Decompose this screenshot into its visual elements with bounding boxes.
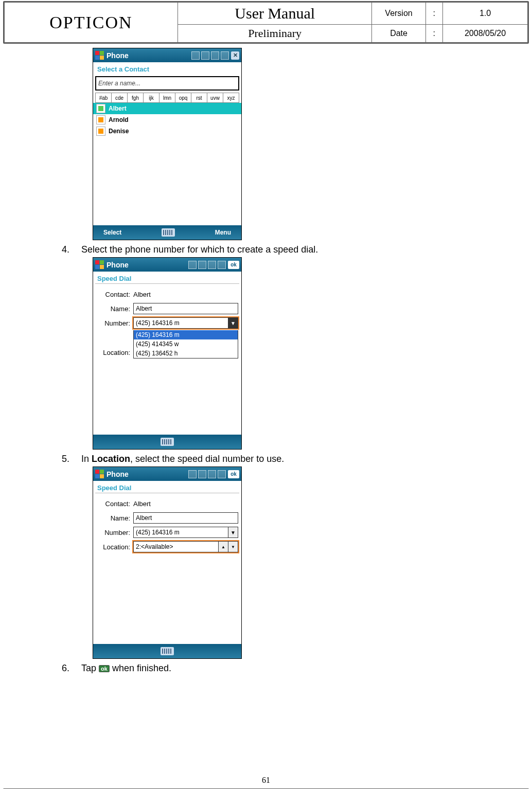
input-mode-icon[interactable] bbox=[188, 261, 197, 269]
step-text-bold: Location bbox=[92, 454, 130, 464]
start-icon[interactable] bbox=[95, 470, 104, 479]
index-tab[interactable]: #ab bbox=[96, 93, 112, 102]
number-option[interactable]: (425) 414345 w bbox=[134, 339, 238, 349]
connectivity-icon[interactable] bbox=[198, 261, 206, 269]
location-value[interactable]: 2:<Available> bbox=[133, 541, 219, 552]
keyboard-icon[interactable] bbox=[161, 438, 174, 446]
softkey-left[interactable]: Select bbox=[103, 229, 121, 236]
number-value[interactable]: (425) 164316 m bbox=[133, 527, 228, 538]
number-select[interactable]: (425) 164316 m ▼ bbox=[133, 317, 238, 329]
version-label: Version bbox=[372, 3, 425, 25]
number-dropdown-list[interactable]: (425) 164316 m (425) 414345 w (425) 1364… bbox=[133, 330, 238, 358]
status-icons bbox=[191, 51, 229, 60]
app-title: Phone bbox=[107, 51, 189, 60]
screen-subtitle: Select a Contact bbox=[93, 62, 241, 74]
chevron-up-icon[interactable]: ▲ bbox=[219, 542, 228, 552]
signal-icon[interactable] bbox=[208, 261, 216, 269]
input-mode-icon[interactable] bbox=[191, 51, 200, 60]
contact-label: Contact: bbox=[96, 500, 130, 508]
dropdown-arrow-icon[interactable]: ▼ bbox=[228, 317, 238, 329]
number-label: Number: bbox=[96, 319, 130, 327]
chevron-down-icon[interactable]: ▼ bbox=[228, 542, 238, 552]
screen-subtitle: Speed Dial bbox=[93, 481, 241, 493]
name-label: Name: bbox=[96, 305, 130, 313]
volume-icon[interactable] bbox=[218, 261, 226, 269]
index-tab[interactable]: opq bbox=[175, 93, 191, 102]
input-mode-icon[interactable] bbox=[188, 470, 197, 478]
start-icon[interactable] bbox=[95, 51, 104, 60]
start-icon[interactable] bbox=[95, 260, 104, 270]
index-tab[interactable]: xyz bbox=[223, 93, 239, 102]
step-text-part: when finished. bbox=[112, 663, 171, 673]
step-text: Select the phone number for which to cre… bbox=[81, 244, 501, 255]
contact-row[interactable]: Denise bbox=[93, 125, 241, 137]
index-tab[interactable]: rst bbox=[191, 93, 207, 102]
volume-icon[interactable] bbox=[221, 51, 229, 60]
spinner-up-down[interactable]: ▲ bbox=[219, 541, 228, 552]
name-input[interactable]: Albert bbox=[133, 303, 238, 314]
contact-name: Arnold bbox=[109, 116, 129, 123]
phone-contact-picker: Phone ✕ Select a Contact Enter a name...… bbox=[93, 48, 242, 240]
index-tab[interactable]: uvw bbox=[207, 93, 223, 102]
location-label: Location: bbox=[96, 349, 130, 356]
contact-name: Albert bbox=[109, 105, 127, 112]
contact-label: Contact: bbox=[96, 291, 130, 298]
speed-dial-form: Contact: Albert Name: Albert Number: (42… bbox=[93, 284, 241, 330]
step-6: 6. Tap ok when finished. bbox=[62, 663, 501, 674]
step-text: In Location, select the speed dial numbe… bbox=[81, 454, 501, 464]
step-number: 4. bbox=[62, 244, 81, 255]
ok-button[interactable]: ok bbox=[228, 261, 239, 269]
softkey-right[interactable]: Menu bbox=[215, 229, 231, 236]
contact-value: Albert bbox=[133, 291, 151, 298]
dropdown-arrow-icon[interactable]: ▼ bbox=[228, 527, 238, 538]
number-label: Number: bbox=[96, 529, 130, 536]
index-tab[interactable]: cde bbox=[112, 93, 128, 102]
content-area: Phone ✕ Select a Contact Enter a name...… bbox=[31, 48, 501, 674]
date-value: 2008/05/20 bbox=[443, 25, 528, 43]
number-option[interactable]: (425) 164316 m bbox=[134, 330, 238, 339]
title-bar: Phone ok bbox=[93, 467, 241, 481]
name-label: Name: bbox=[96, 514, 130, 522]
step-text-part: , select the speed dial number to use. bbox=[130, 454, 284, 464]
step-text-part: In bbox=[81, 454, 92, 464]
index-tab[interactable]: fgh bbox=[128, 93, 144, 102]
status-icons bbox=[188, 470, 226, 478]
step-5: 5. In Location, select the speed dial nu… bbox=[62, 454, 501, 464]
contact-row-selected[interactable]: Albert bbox=[93, 103, 241, 114]
title-bar: Phone ✕ bbox=[93, 48, 241, 62]
number-value[interactable]: (425) 164316 m bbox=[133, 317, 228, 329]
volume-icon[interactable] bbox=[218, 470, 226, 478]
colon: : bbox=[425, 25, 442, 43]
location-spinner[interactable]: 2:<Available> ▲ ▼ bbox=[133, 541, 238, 552]
contact-row[interactable]: Arnold bbox=[93, 114, 241, 125]
location-label: Location: bbox=[96, 543, 130, 551]
number-option[interactable]: (425) 136452 h bbox=[134, 349, 238, 358]
version-value: 1.0 bbox=[443, 3, 528, 25]
brand-cell: OPTICON bbox=[5, 3, 178, 43]
signal-icon[interactable] bbox=[211, 51, 219, 60]
close-icon[interactable]: ✕ bbox=[231, 51, 239, 60]
ok-icon: ok bbox=[99, 665, 110, 672]
softkey-bar bbox=[93, 435, 241, 449]
screen-subtitle: Speed Dial bbox=[93, 272, 241, 283]
step-text: Tap ok when finished. bbox=[81, 663, 501, 674]
softkey-bar: Select Menu bbox=[93, 225, 241, 240]
index-tab[interactable]: ijk bbox=[144, 93, 159, 102]
number-select[interactable]: (425) 164316 m ▼ bbox=[133, 527, 238, 538]
signal-icon[interactable] bbox=[208, 470, 216, 478]
name-search-input[interactable]: Enter a name... bbox=[95, 76, 239, 91]
softkey-bar bbox=[93, 644, 241, 658]
contact-icon bbox=[96, 127, 105, 136]
ok-button[interactable]: ok bbox=[228, 470, 239, 478]
app-title: Phone bbox=[107, 470, 186, 478]
contact-name: Denise bbox=[109, 128, 129, 135]
spinner-up-down[interactable]: ▼ bbox=[228, 541, 238, 552]
keyboard-icon[interactable] bbox=[161, 647, 174, 655]
connectivity-icon[interactable] bbox=[198, 470, 206, 478]
name-input[interactable]: Albert bbox=[133, 512, 238, 524]
keyboard-icon[interactable] bbox=[162, 228, 175, 237]
doc-subtitle: Preliminary bbox=[178, 25, 371, 43]
index-tab[interactable]: lmn bbox=[159, 93, 175, 102]
connectivity-icon[interactable] bbox=[201, 51, 209, 60]
alpha-index[interactable]: #ab cde fgh ijk lmn opq rst uvw xyz bbox=[95, 93, 239, 103]
